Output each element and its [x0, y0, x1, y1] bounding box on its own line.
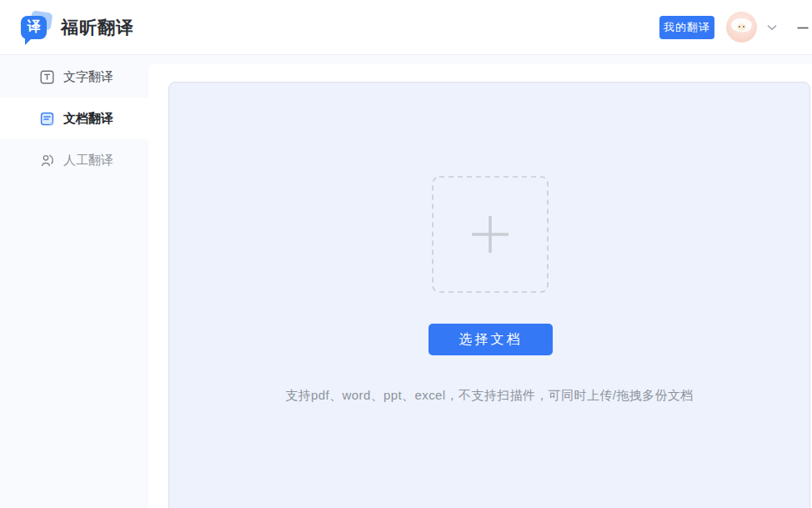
logo-front-bubble: 译	[21, 16, 47, 39]
plus-icon	[472, 216, 509, 253]
sidebar-item-human-translate[interactable]: 人工翻译	[0, 139, 148, 181]
sidebar-item-label: 人工翻译	[63, 153, 113, 168]
document-translate-icon	[40, 112, 54, 126]
sheep-face	[737, 23, 746, 31]
dashed-border	[432, 176, 549, 293]
human-translate-icon	[40, 153, 54, 168]
text-translate-icon	[40, 70, 54, 84]
sidebar-item-label: 文字翻译	[63, 69, 113, 85]
avatar[interactable]	[726, 12, 757, 43]
logo-glyph: 译	[28, 18, 41, 36]
sidebar-item-text-translate[interactable]: 文字翻译	[0, 56, 148, 98]
app-logo-icon: 译	[20, 9, 53, 46]
select-document-button[interactable]: 选择文档	[429, 324, 553, 355]
upload-hint-text: 支持pdf、word、ppt、excel，不支持扫描件，可同时上传/拖拽多份文档	[169, 388, 809, 404]
app-title: 福昕翻译	[61, 16, 134, 39]
main-content: 选择文档 支持pdf、word、ppt、excel，不支持扫描件，可同时上传/拖…	[148, 64, 812, 508]
sidebar-item-label: 文档翻译	[63, 111, 113, 127]
brand: 译 福昕翻译	[20, 9, 134, 46]
account-menu[interactable]	[726, 12, 777, 43]
header-right: 我的翻译	[659, 0, 812, 54]
minimize-button[interactable]	[794, 18, 812, 37]
upload-dropzone[interactable]	[432, 176, 549, 293]
sidebar: 文字翻译 文档翻译 人工翻译	[0, 56, 148, 508]
chevron-down-icon[interactable]	[767, 24, 777, 31]
app-window: { "header": { "logo_glyph": "译", "app_ti…	[0, 0, 812, 508]
my-translations-button[interactable]: 我的翻译	[659, 16, 714, 39]
upload-panel: 选择文档 支持pdf、word、ppt、excel，不支持扫描件，可同时上传/拖…	[168, 82, 810, 508]
sidebar-item-document-translate[interactable]: 文档翻译	[0, 98, 148, 139]
header: 译 福昕翻译 我的翻译	[0, 0, 812, 55]
